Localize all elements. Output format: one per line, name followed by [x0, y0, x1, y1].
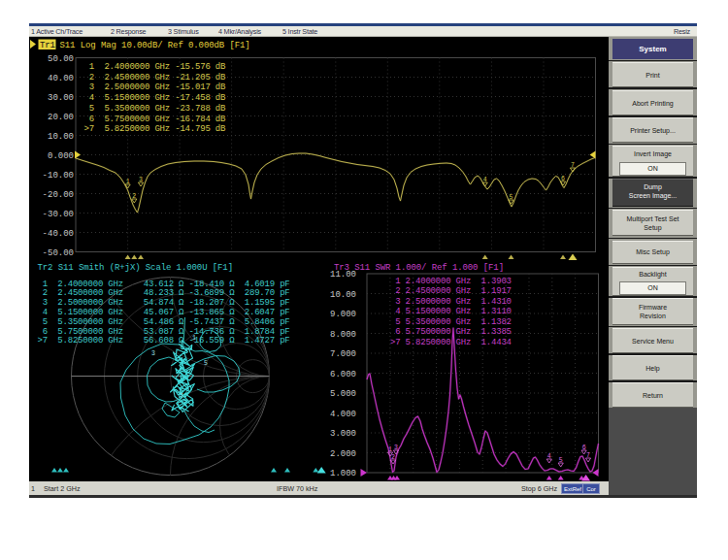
svg-text:10.00: 10.00: [330, 290, 356, 300]
svg-text:6.000: 6.000: [330, 370, 356, 379]
svg-text:>7 5.8250000 GHz 56.608 Ω: >7 5.8250000 GHz 56.608 Ω -16.559 Ω 1.47…: [38, 336, 290, 346]
svg-text:1 2.4000000 GHz -15.576 dB: 1 2.4000000 GHz -15.576 dB: [84, 62, 226, 72]
svg-text:40.00: 40.00: [48, 74, 74, 83]
svg-text:1: 1: [388, 446, 392, 453]
svg-text:4: 4: [483, 177, 487, 183]
svg-text:-30.00: -30.00: [43, 210, 74, 219]
svg-text:20.00: 20.00: [48, 113, 74, 122]
svg-text:6: 6: [582, 445, 586, 451]
svg-text:5: 5: [559, 457, 563, 464]
svg-text:6 5.7500000 GHz 1.3385: 6 5.7500000 GHz 1.3385: [390, 327, 512, 337]
svg-text:4: 4: [547, 453, 551, 460]
svg-text:30.00: 30.00: [48, 93, 74, 103]
svg-text:5: 5: [204, 360, 208, 367]
svg-text:7.000: 7.000: [330, 349, 356, 359]
svg-text:3 2.5000000 GHz -15.017 dB: 3 2.5000000 GHz -15.017 dB: [84, 82, 226, 92]
svg-text:2 2.4500000 GHz 48.233 Ω -: 2 2.4500000 GHz 48.233 Ω -3.6899 Ω 289.7…: [38, 288, 290, 298]
svg-text:>7 5.8250000 GHz -14.795 dB: >7 5.8250000 GHz -14.795 dB: [84, 124, 226, 134]
svg-text:2.000: 2.000: [330, 449, 356, 459]
svg-text:9.000: 9.000: [330, 310, 356, 319]
svg-text:Tr2 S11 Smith (R+jX) Scale 1.0: Tr2 S11 Smith (R+jX) Scale 1.000U [F1]: [38, 263, 233, 273]
svg-text:7: 7: [180, 393, 183, 400]
svg-text:>7 5.8250000 GHz 1.4434: >7 5.8250000 GHz 1.4434: [390, 338, 512, 347]
svg-text:5.000: 5.000: [330, 389, 356, 399]
svg-text:-20.00: -20.00: [43, 190, 74, 200]
svg-text:5 5.3500000 GHz -23.788 dB: 5 5.3500000 GHz -23.788 dB: [84, 104, 226, 114]
svg-text:3: 3: [394, 445, 398, 451]
svg-text:6 5.7500000 GHz 53.087 Ω -: 6 5.7500000 GHz 53.087 Ω -14.736 Ω 1.878…: [38, 327, 290, 337]
svg-text:2: 2: [132, 193, 136, 200]
svg-text:5 5.3500000 GHz 1.1382: 5 5.3500000 GHz 1.1382: [390, 317, 512, 327]
svg-text:4.000: 4.000: [330, 410, 356, 419]
svg-text:S11 Log Mag 10.00dB/ Ref 0.000: S11 Log Mag 10.00dB/ Ref 0.000dB [F1]: [60, 41, 250, 50]
svg-text:6 5.7500000 GHz -16.784 dB: 6 5.7500000 GHz -16.784 dB: [84, 115, 226, 124]
svg-text:4 5.1500000 GHz 45.067 Ω -: 4 5.1500000 GHz 45.067 Ω -13.865 Ω 2.604…: [38, 308, 290, 317]
svg-text:3: 3: [151, 350, 155, 357]
svg-text:8.000: 8.000: [330, 330, 356, 340]
svg-text:1.000: 1.000: [330, 469, 356, 478]
svg-text:1 2.4000000 GHz 43.612 Ω -: 1 2.4000000 GHz 43.612 Ω -18.410 Ω 4.601…: [38, 280, 290, 289]
svg-text:50.00: 50.00: [48, 54, 74, 64]
svg-text:1: 1: [126, 179, 130, 185]
svg-text:3 2.5000000 GHz 54.874 Ω -: 3 2.5000000 GHz 54.874 Ω -18.207 Ω 1.159…: [38, 298, 290, 308]
svg-text:Tr3 S11 SWR 1.000/ Ref 1.000 [: Tr3 S11 SWR 1.000/ Ref 1.000 [F1]: [334, 263, 504, 273]
svg-text:4 5.1500000 GHz 1.3110: 4 5.1500000 GHz 1.3110: [390, 307, 512, 316]
svg-text:5 5.3500000 GHz 54.486 Ω -: 5 5.3500000 GHz 54.486 Ω -5.7437 Ω 5.840…: [38, 317, 290, 327]
svg-text:Tr1: Tr1: [40, 41, 55, 50]
svg-text:2: 2: [391, 454, 395, 461]
svg-text:2 2.4500000 GHz -21.205 dB: 2 2.4500000 GHz -21.205 dB: [84, 73, 226, 82]
svg-text:1: 1: [192, 335, 196, 342]
svg-text:3: 3: [139, 177, 143, 183]
svg-text:1 2.4000000 GHz 1.3903: 1 2.4000000 GHz 1.3903: [390, 277, 512, 286]
svg-text:5: 5: [510, 194, 513, 201]
svg-text:4 5.1500000 GHz -17.458 dB: 4 5.1500000 GHz -17.458 dB: [84, 93, 226, 103]
svg-text:2 2.4500000 GHz 1.1917: 2 2.4500000 GHz 1.1917: [390, 286, 512, 296]
svg-text:7: 7: [571, 162, 575, 169]
svg-text:3.000: 3.000: [330, 429, 356, 439]
svg-text:-40.00: -40.00: [43, 229, 74, 239]
svg-text:-50.00: -50.00: [43, 248, 74, 258]
svg-text:3 2.5000000 GHz 1.4310: 3 2.5000000 GHz 1.4310: [390, 297, 512, 307]
svg-text:10.00: 10.00: [48, 132, 74, 142]
svg-text:6: 6: [561, 176, 565, 182]
svg-text:0.000: 0.000: [48, 151, 74, 161]
svg-text:7: 7: [586, 452, 590, 459]
svg-text:-10.00: -10.00: [43, 171, 74, 181]
